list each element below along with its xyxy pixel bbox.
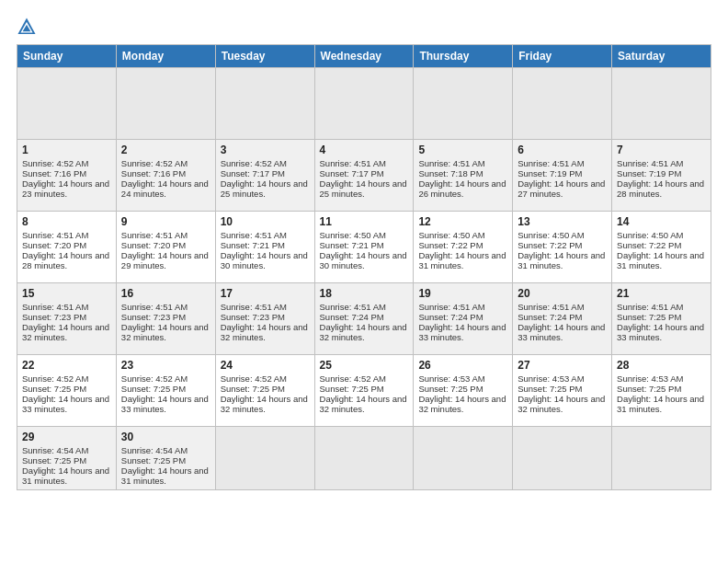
calendar-cell: 9Sunrise: 4:51 AMSunset: 7:20 PMDaylight…	[116, 212, 215, 283]
calendar-cell	[116, 68, 215, 140]
daylight-hours: Daylight: 14 hours and 32 minutes.	[22, 322, 111, 342]
sunrise-time: Sunrise: 4:50 AM	[617, 230, 706, 240]
calendar-cell: 1Sunrise: 4:52 AMSunset: 7:16 PMDaylight…	[17, 140, 117, 212]
sunrise-time: Sunrise: 4:53 AM	[518, 373, 607, 384]
sunrise-time: Sunrise: 4:51 AM	[418, 158, 507, 168]
sunrise-time: Sunrise: 4:51 AM	[518, 158, 607, 168]
calendar-cell	[612, 427, 711, 490]
sunset-time: Sunset: 7:19 PM	[617, 168, 706, 178]
sunset-time: Sunset: 7:22 PM	[418, 240, 507, 250]
day-number: 23	[121, 359, 210, 372]
daylight-hours: Daylight: 14 hours and 30 minutes.	[221, 250, 310, 270]
sunrise-time: Sunrise: 4:54 AM	[22, 445, 111, 455]
calendar-cell: 19Sunrise: 4:51 AMSunset: 7:24 PMDayligh…	[414, 283, 513, 355]
calendar-cell: 2Sunrise: 4:52 AMSunset: 7:16 PMDaylight…	[116, 140, 215, 212]
sunset-time: Sunset: 7:25 PM	[121, 384, 210, 394]
day-number: 25	[320, 359, 409, 372]
sunrise-time: Sunrise: 4:51 AM	[221, 230, 310, 240]
calendar-cell	[314, 427, 414, 490]
day-number: 19	[418, 287, 507, 300]
calendar-cell: 12Sunrise: 4:50 AMSunset: 7:22 PMDayligh…	[414, 212, 513, 283]
daylight-hours: Daylight: 14 hours and 25 minutes.	[320, 178, 409, 199]
calendar-cell: 18Sunrise: 4:51 AMSunset: 7:24 PMDayligh…	[314, 283, 414, 355]
day-number: 8	[22, 215, 111, 228]
sunrise-time: Sunrise: 4:51 AM	[617, 302, 706, 312]
daylight-hours: Daylight: 14 hours and 32 minutes.	[320, 394, 409, 414]
daylight-hours: Daylight: 14 hours and 31 minutes.	[121, 465, 210, 486]
sunrise-time: Sunrise: 4:52 AM	[121, 373, 210, 384]
sunset-time: Sunset: 7:18 PM	[418, 168, 507, 178]
sunset-time: Sunset: 7:25 PM	[121, 455, 210, 465]
daylight-hours: Daylight: 14 hours and 31 minutes.	[22, 465, 111, 486]
calendar-cell: 13Sunrise: 4:50 AMSunset: 7:22 PMDayligh…	[513, 212, 612, 283]
sunset-time: Sunset: 7:25 PM	[617, 312, 706, 322]
calendar-cell: 16Sunrise: 4:51 AMSunset: 7:23 PMDayligh…	[116, 283, 215, 355]
day-number: 29	[22, 431, 111, 443]
day-header-wednesday: Wednesday	[314, 45, 414, 68]
day-number: 30	[121, 431, 210, 443]
sunset-time: Sunset: 7:25 PM	[617, 384, 706, 394]
daylight-hours: Daylight: 14 hours and 31 minutes.	[617, 394, 706, 414]
sunrise-time: Sunrise: 4:52 AM	[221, 158, 310, 168]
calendar-cell: 21Sunrise: 4:51 AMSunset: 7:25 PMDayligh…	[612, 283, 711, 355]
sunrise-time: Sunrise: 4:51 AM	[320, 158, 409, 168]
calendar-cell: 28Sunrise: 4:53 AMSunset: 7:25 PMDayligh…	[612, 355, 711, 427]
sunset-time: Sunset: 7:25 PM	[418, 384, 507, 394]
calendar-cell: 4Sunrise: 4:51 AMSunset: 7:17 PMDaylight…	[314, 140, 414, 212]
calendar-cell	[414, 427, 513, 490]
day-number: 2	[121, 144, 210, 156]
calendar-cell: 23Sunrise: 4:52 AMSunset: 7:25 PMDayligh…	[116, 355, 215, 427]
sunrise-time: Sunrise: 4:51 AM	[221, 302, 310, 312]
calendar: SundayMondayTuesdayWednesdayThursdayFrid…	[17, 44, 711, 490]
day-number: 10	[221, 215, 310, 228]
calendar-cell	[314, 68, 414, 140]
daylight-hours: Daylight: 14 hours and 32 minutes.	[221, 322, 310, 342]
day-header-tuesday: Tuesday	[215, 45, 314, 68]
sunrise-time: Sunrise: 4:52 AM	[121, 158, 210, 168]
sunset-time: Sunset: 7:25 PM	[221, 384, 310, 394]
sunrise-time: Sunrise: 4:53 AM	[617, 373, 706, 384]
sunrise-time: Sunrise: 4:52 AM	[22, 373, 111, 384]
sunset-time: Sunset: 7:23 PM	[121, 312, 210, 322]
calendar-cell	[612, 68, 711, 140]
sunset-time: Sunset: 7:16 PM	[22, 168, 111, 178]
calendar-cell: 10Sunrise: 4:51 AMSunset: 7:21 PMDayligh…	[215, 212, 314, 283]
page: SundayMondayTuesdayWednesdayThursdayFrid…	[0, 0, 728, 563]
calendar-week-row: 15Sunrise: 4:51 AMSunset: 7:23 PMDayligh…	[17, 283, 711, 355]
sunrise-time: Sunrise: 4:50 AM	[320, 230, 409, 240]
calendar-week-row	[17, 68, 711, 140]
day-number: 28	[617, 359, 706, 372]
daylight-hours: Daylight: 14 hours and 28 minutes.	[22, 250, 111, 270]
day-header-friday: Friday	[513, 45, 612, 68]
daylight-hours: Daylight: 14 hours and 33 minutes.	[22, 394, 111, 414]
sunset-time: Sunset: 7:25 PM	[22, 384, 111, 394]
day-header-saturday: Saturday	[612, 45, 711, 68]
sunset-time: Sunset: 7:17 PM	[320, 168, 409, 178]
sunrise-time: Sunrise: 4:51 AM	[121, 302, 210, 312]
daylight-hours: Daylight: 14 hours and 29 minutes.	[121, 250, 210, 270]
daylight-hours: Daylight: 14 hours and 24 minutes.	[121, 178, 210, 199]
calendar-cell: 8Sunrise: 4:51 AMSunset: 7:20 PMDaylight…	[17, 212, 117, 283]
sunset-time: Sunset: 7:19 PM	[518, 168, 607, 178]
daylight-hours: Daylight: 14 hours and 32 minutes.	[121, 322, 210, 342]
daylight-hours: Daylight: 14 hours and 32 minutes.	[518, 394, 607, 414]
sunset-time: Sunset: 7:23 PM	[221, 312, 310, 322]
day-number: 21	[617, 287, 706, 300]
sunrise-time: Sunrise: 4:51 AM	[418, 302, 507, 312]
daylight-hours: Daylight: 14 hours and 26 minutes.	[418, 178, 507, 199]
daylight-hours: Daylight: 14 hours and 32 minutes.	[221, 394, 310, 414]
sunrise-time: Sunrise: 4:51 AM	[121, 230, 210, 240]
day-number: 27	[518, 359, 607, 372]
day-number: 16	[121, 287, 210, 300]
daylight-hours: Daylight: 14 hours and 33 minutes.	[418, 322, 507, 342]
sunrise-time: Sunrise: 4:51 AM	[22, 302, 111, 312]
logo	[17, 17, 40, 37]
calendar-cell: 6Sunrise: 4:51 AMSunset: 7:19 PMDaylight…	[513, 140, 612, 212]
day-number: 14	[617, 215, 706, 228]
sunset-time: Sunset: 7:22 PM	[617, 240, 706, 250]
daylight-hours: Daylight: 14 hours and 30 minutes.	[320, 250, 409, 270]
sunrise-time: Sunrise: 4:52 AM	[221, 373, 310, 384]
day-number: 24	[221, 359, 310, 372]
calendar-cell: 27Sunrise: 4:53 AMSunset: 7:25 PMDayligh…	[513, 355, 612, 427]
sunset-time: Sunset: 7:17 PM	[221, 168, 310, 178]
